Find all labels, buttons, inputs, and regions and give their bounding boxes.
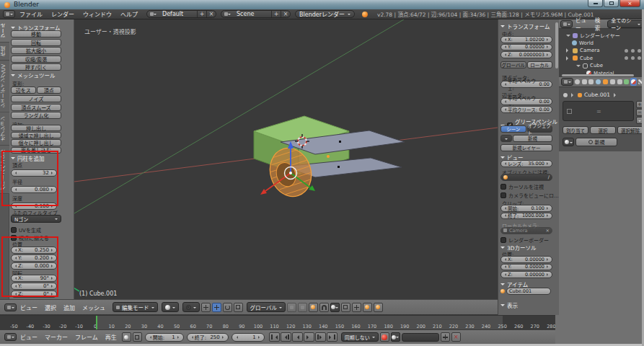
toolshelf-tab[interactable]: オプション <box>0 112 9 146</box>
decrement-icon[interactable] <box>14 249 17 252</box>
increment-icon[interactable] <box>51 249 54 252</box>
decrement-icon[interactable] <box>503 207 506 210</box>
manipulator-axes-toggle[interactable] <box>201 303 211 312</box>
tool-button[interactable]: 収縮/膨張 <box>11 56 61 63</box>
menu-item[interactable]: レンダー <box>47 12 79 18</box>
breadcrumb-object-name[interactable]: Cube.001 <box>584 92 610 98</box>
tool-button[interactable]: 押す/引く <box>11 63 61 71</box>
decrement-icon[interactable] <box>503 258 506 261</box>
lens-field[interactable]: レンズ:35.000 <box>500 160 552 167</box>
number-slider[interactable]: 0.080 <box>11 186 57 193</box>
jump-prev-keyframe-button[interactable] <box>281 332 291 342</box>
lock-object-field[interactable]: / <box>500 174 552 181</box>
lock-to-scene-icon[interactable] <box>298 303 307 312</box>
decrement-icon[interactable] <box>503 100 506 103</box>
rotation-slider[interactable]: X:90° <box>11 275 57 282</box>
editor-type-3dview-icon[interactable] <box>4 303 17 311</box>
delete-layout-button[interactable]: × <box>206 11 216 17</box>
grease-new-button[interactable]: 新規 <box>513 135 552 142</box>
snap-element-select[interactable] <box>330 303 340 312</box>
menu-item[interactable]: メッシュ <box>79 305 109 311</box>
increment-icon[interactable] <box>547 265 550 268</box>
median-field[interactable]: Y:0.00000 <box>500 44 552 51</box>
toolshelf-tab[interactable]: ツール <box>0 19 9 43</box>
tab-modifiers[interactable] <box>617 78 623 86</box>
decrement-icon[interactable] <box>503 214 506 217</box>
menu-item[interactable]: ビュー <box>17 334 41 341</box>
tool-button[interactable]: 移動 <box>11 30 61 37</box>
tab-scene[interactable] <box>588 78 595 86</box>
expand-icon[interactable] <box>566 35 570 39</box>
new-material-button[interactable]: 新規 <box>575 138 617 146</box>
expand-icon[interactable] <box>566 48 570 53</box>
orientation-select[interactable]: グローバル <box>247 302 286 312</box>
editor-type-properties-icon[interactable] <box>561 78 573 86</box>
clear-icon[interactable]: × <box>546 228 550 234</box>
cursor-field[interactable]: X:0.00000 <box>500 256 552 263</box>
menu-item[interactable]: ウィンドウ <box>79 12 116 18</box>
start-frame-field[interactable]: 開始:1 <box>145 333 184 342</box>
mean-crease-field[interactable]: 平均クリース:0.00 <box>500 106 552 113</box>
select-button[interactable]: 選択 <box>590 126 616 134</box>
lock-camera-checkbox[interactable] <box>500 192 506 198</box>
rotation-slider[interactable]: Z:0° <box>11 290 57 298</box>
editor-type-timeline-icon[interactable] <box>4 333 17 341</box>
manipulator-rotate-toggle[interactable] <box>223 303 232 312</box>
tab-data[interactable] <box>624 78 630 86</box>
increment-icon[interactable] <box>51 257 54 260</box>
increment-icon[interactable] <box>547 258 550 261</box>
play-button[interactable] <box>304 332 314 342</box>
decrement-icon[interactable] <box>503 45 506 48</box>
auto-keyframe-toggle[interactable] <box>380 332 389 342</box>
panel-header-transform[interactable]: トランスフォーム <box>500 22 550 30</box>
assign-button[interactable]: 割り当て <box>563 126 588 134</box>
jump-to-end-button[interactable] <box>327 332 338 342</box>
increment-icon[interactable] <box>51 277 54 280</box>
deselect-button[interactable]: 選択解除 <box>617 126 643 134</box>
menu-item[interactable]: ヘルプ <box>116 12 142 18</box>
outliner-view-menu[interactable]: ビュー <box>573 16 592 32</box>
tab-render-layers[interactable] <box>581 78 588 86</box>
mean-bevel-weight-field[interactable]: 平均ベベルウェ:0.00 <box>500 81 552 88</box>
tab-material[interactable] <box>630 78 637 86</box>
scrollbar[interactable] <box>555 22 558 68</box>
new-layer-button[interactable]: 新規レイヤー <box>500 144 552 151</box>
item-name-field[interactable]: Cube.001 <box>506 288 551 295</box>
tool-button[interactable]: 辺をス <box>11 86 36 94</box>
toolshelf-tab[interactable]: シェーディング/UV <box>0 61 9 112</box>
clip-end-field[interactable]: 終了:1000.000 <box>500 213 552 220</box>
expand-icon[interactable] <box>566 56 570 61</box>
add-scene-button[interactable]: + <box>271 11 281 17</box>
tool-button[interactable]: 領域で押し出し <box>11 132 61 138</box>
tool-button[interactable]: 頂点スムーズ <box>11 104 61 111</box>
tab-render[interactable] <box>574 78 581 86</box>
end-frame-field[interactable]: 終了:250 <box>187 333 229 342</box>
keying-set-select[interactable] <box>391 332 400 342</box>
decrement-icon[interactable] <box>14 265 17 267</box>
decrement-icon[interactable] <box>503 162 506 165</box>
increment-icon[interactable] <box>177 336 180 339</box>
minimize-button[interactable] <box>588 0 603 7</box>
increment-icon[interactable] <box>547 214 550 217</box>
mean-bevel-weight-edge-field[interactable]: 平均ベベルウェ:0.00 <box>500 98 552 105</box>
layers-widget-icon[interactable] <box>287 303 296 312</box>
tool-button[interactable]: 回転 <box>11 39 61 46</box>
decrement-icon[interactable] <box>503 83 506 86</box>
grease-object-button[interactable]: オブジェクト <box>527 125 553 133</box>
median-field[interactable]: X:1.00200 <box>500 36 552 43</box>
close-button[interactable]: × <box>619 0 640 7</box>
proportional-edit-toggle[interactable] <box>309 303 318 312</box>
menu-item[interactable]: ビュー <box>17 305 41 311</box>
increment-icon[interactable] <box>547 207 550 210</box>
preview-range-toggle[interactable] <box>122 332 131 342</box>
decrement-icon[interactable] <box>14 293 17 296</box>
increment-icon[interactable] <box>547 273 550 276</box>
viewport-canvas[interactable]: ユーザー・透視投影 (1) Cube.001 <box>74 19 498 299</box>
decrement-icon[interactable] <box>503 53 506 56</box>
location-slider[interactable]: Y:0.200 <box>11 254 57 262</box>
number-slider[interactable]: 32 <box>11 169 57 177</box>
decrement-icon[interactable] <box>503 273 506 276</box>
sync-mode-select[interactable]: 同期しない <box>341 332 379 342</box>
increment-icon[interactable] <box>51 293 54 296</box>
decrement-icon[interactable] <box>14 257 17 260</box>
